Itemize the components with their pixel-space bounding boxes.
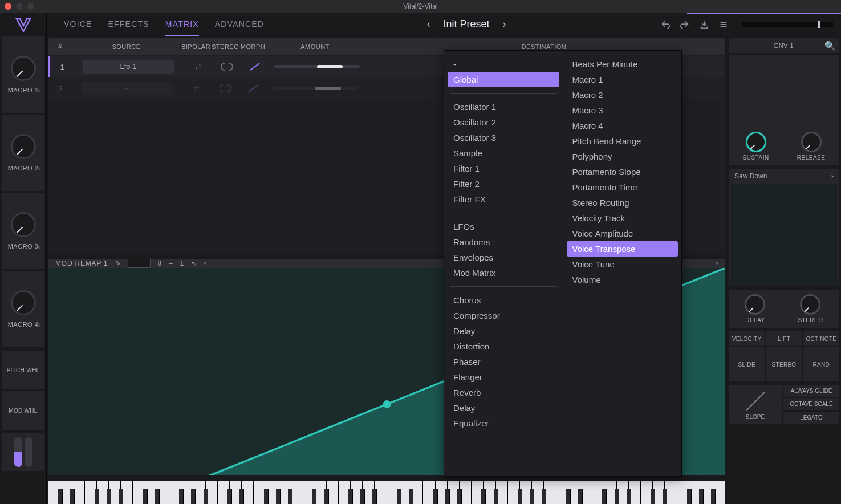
morph-curve[interactable] bbox=[247, 61, 262, 72]
dropdown-item[interactable]: Global bbox=[448, 72, 559, 87]
morph-curve[interactable] bbox=[246, 83, 261, 94]
macro-2[interactable]: ✎MACRO 2 bbox=[2, 115, 44, 191]
mod-button-velocity[interactable]: VELOCITY bbox=[729, 331, 765, 346]
mod-button-oct-note[interactable]: OCT NOTE bbox=[803, 331, 839, 346]
dropdown-item[interactable]: Portamento Slope bbox=[567, 164, 679, 180]
mod-button-rand[interactable]: RAND bbox=[803, 347, 839, 381]
dropdown-item[interactable]: Velocity Track bbox=[567, 210, 679, 226]
dropdown-item[interactable]: Polyphony bbox=[567, 149, 679, 164]
dropdown-item[interactable]: Macro 2 bbox=[567, 87, 679, 103]
piano-key[interactable] bbox=[155, 489, 160, 504]
dropdown-item[interactable]: Delay bbox=[448, 400, 559, 416]
piano-key[interactable] bbox=[530, 489, 534, 504]
zoom-window-icon[interactable] bbox=[27, 3, 34, 10]
search-icon[interactable]: 🔍 bbox=[824, 40, 836, 51]
slope-display[interactable]: SLOPE bbox=[729, 385, 782, 424]
delay-knob[interactable]: DELAY bbox=[745, 294, 765, 323]
stereo-toggle[interactable] bbox=[220, 61, 234, 72]
curve-icon[interactable]: ∿ bbox=[191, 259, 197, 267]
pencil-icon[interactable]: ✎ bbox=[35, 86, 41, 95]
pencil-icon[interactable]: ✎ bbox=[35, 242, 41, 251]
dropdown-item[interactable]: Flanger bbox=[448, 369, 559, 385]
piano-key[interactable] bbox=[288, 489, 292, 504]
dropdown-item[interactable]: LFOs bbox=[448, 219, 559, 234]
dropdown-item[interactable]: Volume bbox=[567, 272, 679, 287]
piano-key[interactable] bbox=[204, 489, 208, 504]
dropdown-item[interactable]: Beats Per Minute bbox=[567, 56, 679, 72]
piano-key[interactable] bbox=[191, 489, 196, 504]
tab-matrix[interactable]: MATRIX bbox=[165, 13, 199, 36]
mod-button-lift[interactable]: LIFT bbox=[766, 331, 802, 346]
piano-key[interactable] bbox=[542, 489, 546, 504]
piano-key[interactable] bbox=[518, 489, 522, 504]
amount-slider[interactable] bbox=[273, 87, 358, 90]
piano-key[interactable] bbox=[324, 489, 329, 504]
bipolar-toggle[interactable]: ⇄ bbox=[190, 61, 205, 72]
dropdown-item[interactable]: Macro 1 bbox=[567, 72, 679, 87]
option-always-glide[interactable]: ALWAYS GLIDE bbox=[783, 385, 839, 397]
piano-key[interactable] bbox=[372, 489, 377, 504]
dropdown-item[interactable]: Randoms bbox=[448, 234, 559, 250]
remap-grid-y[interactable]: 1 bbox=[180, 259, 184, 267]
piano-key[interactable] bbox=[651, 489, 655, 504]
mod-button-stereo[interactable]: STEREO bbox=[766, 347, 802, 381]
dropdown-item[interactable]: Macro 4 bbox=[567, 118, 679, 133]
piano-key[interactable] bbox=[615, 489, 619, 504]
remap-pattern[interactable] bbox=[128, 259, 151, 268]
piano-key[interactable] bbox=[227, 489, 232, 504]
dropdown-item[interactable]: Stereo Routing bbox=[567, 195, 679, 210]
dropdown-item[interactable]: Oscillator 2 bbox=[448, 115, 559, 130]
piano-key[interactable] bbox=[409, 489, 413, 504]
dropdown-item[interactable]: Oscillator 1 bbox=[448, 99, 559, 115]
save-icon[interactable] bbox=[698, 19, 710, 30]
dropdown-item[interactable]: Voice Transpose bbox=[567, 241, 679, 257]
dropdown-item[interactable]: Equalizer bbox=[448, 416, 559, 431]
lfo-display[interactable] bbox=[730, 184, 838, 286]
bipolar-toggle[interactable]: ⇄ bbox=[189, 83, 204, 94]
piano-key[interactable] bbox=[360, 489, 365, 504]
pencil-icon[interactable]: ✎ bbox=[115, 259, 121, 267]
preset-next-button[interactable]: › bbox=[498, 18, 511, 31]
dropdown-item[interactable]: Phaser bbox=[448, 354, 559, 369]
stereo-knob[interactable]: STEREO bbox=[798, 294, 823, 323]
macro-knob[interactable] bbox=[11, 56, 36, 81]
release-knob[interactable]: RELEASE bbox=[797, 132, 826, 161]
piano-key[interactable] bbox=[107, 489, 111, 504]
piano-key[interactable] bbox=[602, 489, 607, 504]
piano-key[interactable] bbox=[312, 489, 316, 504]
dropdown-item[interactable]: Pitch Bend Range bbox=[567, 133, 679, 149]
keyboard[interactable] bbox=[48, 479, 725, 504]
tab-effects[interactable]: EFFECTS bbox=[108, 13, 149, 36]
piano-key[interactable] bbox=[397, 489, 401, 504]
dropdown-item[interactable]: Mod Matrix bbox=[448, 265, 559, 281]
dropdown-item[interactable]: - bbox=[448, 56, 559, 72]
piano-key[interactable] bbox=[481, 489, 486, 504]
redo-icon[interactable] bbox=[679, 19, 690, 30]
piano-key[interactable] bbox=[687, 489, 692, 504]
dropdown-item[interactable]: Voice Amplitude bbox=[567, 226, 679, 241]
master-volume[interactable] bbox=[742, 22, 833, 27]
piano-key[interactable] bbox=[239, 489, 244, 504]
piano-key[interactable] bbox=[663, 489, 667, 504]
dropdown-item[interactable]: Delay bbox=[448, 323, 559, 339]
piano-key[interactable] bbox=[494, 489, 498, 504]
macro-knob[interactable] bbox=[11, 134, 36, 159]
remap-prev[interactable]: ‹ bbox=[204, 259, 207, 267]
dropdown-item[interactable]: Filter FX bbox=[448, 192, 559, 207]
pencil-icon[interactable]: ✎ bbox=[35, 164, 41, 173]
destination-dropdown[interactable]: -GlobalOscillator 1Oscillator 2Oscillato… bbox=[444, 50, 682, 477]
minimize-window-icon[interactable] bbox=[16, 3, 23, 10]
dropdown-item[interactable]: Filter 2 bbox=[448, 176, 559, 192]
macro-knob[interactable] bbox=[11, 290, 36, 315]
mod-wheel-slot[interactable]: MOD WHL bbox=[2, 391, 44, 430]
dropdown-item[interactable]: Envelopes bbox=[448, 250, 559, 265]
macro-1[interactable]: ✎MACRO 1 bbox=[2, 36, 44, 113]
dropdown-item[interactable]: Macro 3 bbox=[567, 103, 679, 118]
option-legato[interactable]: LEGATO bbox=[783, 412, 839, 424]
piano-key[interactable] bbox=[578, 489, 583, 504]
source-selector[interactable]: Lfo 1 bbox=[83, 60, 174, 74]
dropdown-item[interactable]: Chorus bbox=[448, 292, 559, 308]
mod-button-slide[interactable]: SLIDE bbox=[729, 347, 765, 381]
piano-key[interactable] bbox=[445, 489, 450, 504]
close-window-icon[interactable] bbox=[5, 3, 11, 10]
